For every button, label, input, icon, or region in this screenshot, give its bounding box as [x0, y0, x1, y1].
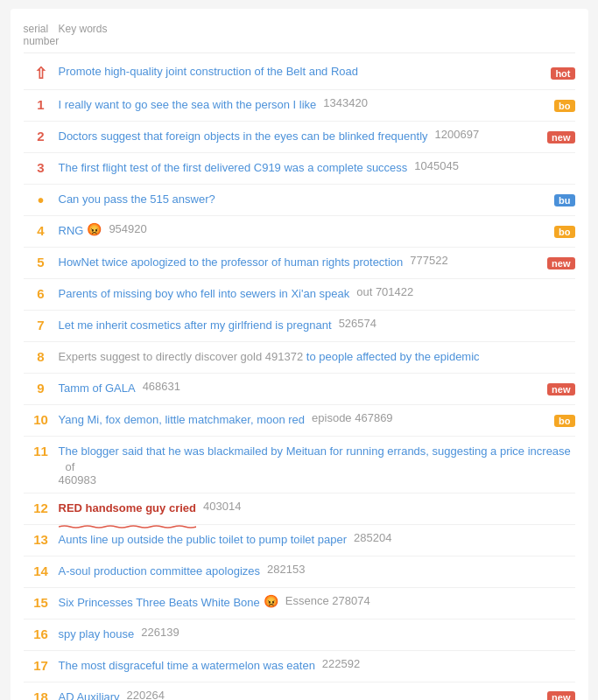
item-title[interactable]: Six Princesses Three Beats White Bone [59, 594, 260, 612]
list-item: 14A-soul production committee apologizes… [24, 556, 575, 588]
list-item: 12RED handsome guy cried 403014 [24, 494, 575, 525]
serial-number: 14 [24, 563, 59, 578]
list-header: serial number Key words [24, 18, 575, 53]
item-content: Parents of missing boy who fell into sew… [59, 285, 575, 303]
list-item: 8Experts suggest to directly discover go… [24, 342, 575, 374]
item-content: Aunts line up outside the public toilet … [59, 531, 575, 549]
item-title[interactable]: I really want to go see the sea with the… [59, 96, 317, 114]
serial-number: 2 [24, 128, 59, 144]
item-title[interactable]: The most disgraceful time a watermelon w… [59, 657, 315, 675]
item-badge: new [547, 691, 574, 700]
item-count: 1343420 [323, 96, 368, 109]
item-count: 226139 [141, 626, 179, 639]
item-count: 403014 [203, 500, 241, 513]
item-content: The first flight test of the first deliv… [59, 159, 575, 177]
item-count: 1200697 [435, 128, 480, 141]
item-content: Tamm of GALA468631 [59, 380, 541, 397]
item-count: 285204 [354, 531, 391, 544]
list-item: 6Parents of missing boy who fell into se… [24, 279, 575, 311]
item-title[interactable]: AD Auxiliary [59, 689, 120, 701]
serial-number: 7 [24, 317, 59, 332]
item-title[interactable]: A-soul production committee apologizes [59, 563, 261, 580]
item-count: 468631 [143, 380, 180, 393]
item-title-wrap: RED handsome guy cried [59, 500, 196, 517]
item-count-2: 460983 [59, 473, 96, 486]
item-count: 282153 [267, 563, 305, 576]
serial-number: 17 [24, 657, 59, 673]
trending-list: serial number Key words ⇧Promote high-qu… [11, 9, 588, 700]
item-count: episode 467869 [312, 411, 393, 424]
list-item: 7Let me inherit cosmetics after my girlf… [24, 311, 575, 342]
item-content: Yang Mi, fox demon, little matchmaker, m… [59, 411, 548, 429]
item-title[interactable]: Parents of missing boy who fell into sew… [59, 285, 350, 303]
item-count: out 701422 [356, 285, 413, 298]
serial-number: 13 [24, 531, 59, 547]
list-item: 13Aunts line up outside the public toile… [24, 525, 575, 556]
serial-number: 10 [24, 411, 59, 427]
item-content: Doctors suggest that foreign objects in … [59, 128, 541, 145]
item-title[interactable]: Let me inherit cosmetics after my girlfr… [59, 317, 332, 334]
list-items: ⇧Promote high-quality joint construction… [24, 57, 575, 700]
item-badge: new [547, 383, 574, 396]
serial-number: 3 [24, 159, 59, 175]
red-underline-decoration [59, 516, 196, 520]
item-badge: bo [554, 100, 574, 112]
item-content: Experts suggest to directly discover gol… [59, 348, 575, 366]
serial-number: 12 [24, 500, 59, 515]
item-count: Essence 278074 [285, 594, 370, 607]
item-badge: bu [554, 194, 574, 206]
list-item: 9Tamm of GALA468631new [24, 374, 575, 405]
list-item: 5HowNet twice apologized to the professo… [24, 248, 575, 279]
item-content: AD Auxiliary220264 [59, 689, 541, 701]
item-title[interactable]: Tamm of GALA [59, 380, 136, 397]
serial-number: 8 [24, 348, 59, 364]
list-item: 11The blogger said that he was blackmail… [24, 437, 575, 494]
item-content: Six Princesses Three Beats White Bone😡Es… [59, 594, 575, 612]
serial-number: 1 [24, 96, 59, 112]
item-count: 1045045 [414, 159, 459, 172]
keywords-header: Key words [59, 23, 108, 47]
serial-number: 5 [24, 254, 59, 270]
item-title[interactable]: Promote high-quality joint construction … [59, 63, 359, 80]
serial-number: 4 [24, 222, 59, 238]
serial-number: 15 [24, 594, 59, 610]
serial-number: 9 [24, 380, 59, 396]
item-content: Promote high-quality joint construction … [59, 63, 545, 80]
serial-number: 6 [24, 285, 59, 301]
list-item: •Can you pass the 515 answer?bu [24, 185, 575, 216]
item-title[interactable]: RNG [59, 222, 84, 240]
item-title[interactable]: Doctors suggest that foreign objects in … [59, 128, 428, 145]
item-content: RNG😡954920 [59, 222, 548, 240]
item-title[interactable]: Aunts line up outside the public toilet … [59, 531, 348, 549]
item-count: of [66, 460, 75, 473]
item-title[interactable]: The first flight test of the first deliv… [59, 159, 408, 177]
item-title[interactable]: spy play house [59, 626, 135, 643]
item-title[interactable]: Experts suggest to directly discover gol… [59, 348, 480, 366]
list-item: 15Six Princesses Three Beats White Bone😡… [24, 588, 575, 620]
item-content: spy play house226139 [59, 626, 575, 643]
item-title[interactable]: The blogger said that he was blackmailed… [59, 443, 571, 460]
item-count: 954920 [109, 222, 146, 235]
item-content: Can you pass the 515 answer? [59, 191, 548, 208]
item-content: Let me inherit cosmetics after my girlfr… [59, 317, 575, 334]
item-content: I really want to go see the sea with the… [59, 96, 548, 114]
item-emoji: 😡 [264, 594, 278, 608]
serial-number: 18 [24, 689, 59, 701]
list-item: ⇧Promote high-quality joint construction… [24, 57, 575, 90]
serial-number: ⇧ [24, 63, 59, 83]
serial-number: 11 [24, 443, 59, 458]
list-item: 17The most disgraceful time a watermelon… [24, 651, 575, 682]
item-title[interactable]: RED handsome guy cried [59, 501, 196, 514]
list-item: 18AD Auxiliary220264new [24, 682, 575, 701]
list-item: 16spy play house226139 [24, 620, 575, 651]
serial-number: • [24, 191, 59, 209]
item-title[interactable]: HowNet twice apologized to the professor… [59, 254, 404, 271]
item-content: The blogger said that he was blackmailed… [59, 443, 575, 486]
serial-header: serial number [24, 23, 59, 47]
item-emoji: 😡 [87, 222, 102, 236]
list-item: 10Yang Mi, fox demon, little matchmaker,… [24, 405, 575, 437]
item-badge: new [547, 131, 574, 144]
item-badge: bo [554, 226, 574, 238]
item-title[interactable]: Yang Mi, fox demon, little matchmaker, m… [59, 411, 306, 429]
item-title[interactable]: Can you pass the 515 answer? [59, 191, 215, 208]
